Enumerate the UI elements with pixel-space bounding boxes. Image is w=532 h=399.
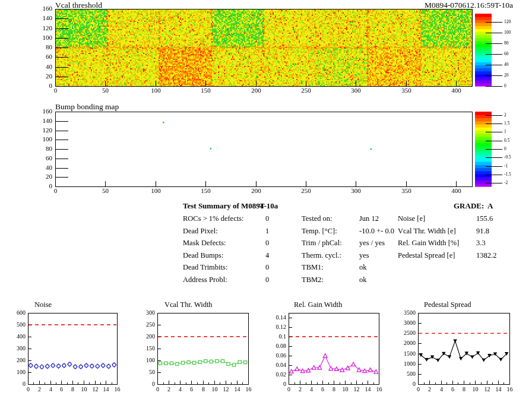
summary-cell-c3l-row2: Rel. Gain Width [%] <box>398 239 459 247</box>
module-test-summary-page: Vcal threshold M0894-070612.16:59T-10a B… <box>0 0 532 399</box>
summary-cell-c1v-row5: 0 <box>265 276 269 284</box>
summary-cell-c3v-row0: 155.6 <box>476 215 493 223</box>
summary-cell-c1l-row3: Dead Bumps: <box>183 252 223 259</box>
summary-cell-c1v-row3: 4 <box>265 252 269 259</box>
module-id-title: M0894-070612.16:59T-10a <box>425 1 513 10</box>
summary-cell-c1l-row5: Address Probl: <box>183 276 227 284</box>
summary-cell-c1l-row2: Mask Defects: <box>183 239 226 247</box>
summary-cell-c3v-row3: 1382.2 <box>476 252 496 259</box>
summary-cell-c2v-row4: ok <box>359 264 367 271</box>
summary-cell-c2l-row0: Tested on: <box>302 215 332 223</box>
summary-cell-c3l-row0: Noise [e] <box>398 215 425 223</box>
grade-label: GRADE: A <box>454 202 493 210</box>
summary-cell-c1l-row0: ROCs > 1% defects: <box>183 215 244 223</box>
summary-cell-c2v-row2: yes / yes <box>359 239 385 247</box>
summary-cell-c3v-row1: 91.8 <box>476 227 489 235</box>
summary-cell-c1v-row1: 1 <box>265 227 269 235</box>
summary-cell-c2v-row1: -10.0 +- 0.0 <box>359 227 394 235</box>
summary-cell-c3l-row3: Pedestal Spread [e] <box>398 252 455 259</box>
relgain-plot-title: Rel. Gain Width <box>294 301 343 309</box>
summary-title: Test Summary of M0894 <box>183 202 264 210</box>
summary-cell-c1l-row4: Dead Trimbits: <box>183 264 227 271</box>
summary-cell-c1l-row1: Dead Pixel: <box>183 227 218 235</box>
bump-map-title: Bump bonding map <box>55 103 119 111</box>
summary-cell-c2v-row0: Jun 12 <box>359 215 379 223</box>
summary-cell-c2v-row5: ok <box>359 276 367 284</box>
summary-cell-c2l-row3: Therm. cycl.: <box>302 252 341 259</box>
summary-module-type: T-10a <box>259 202 278 210</box>
summary-cell-c2v-row3: yes <box>359 252 369 259</box>
vcal-map-title: Vcal threshold <box>55 1 102 10</box>
summary-cell-c3v-row2: 3.3 <box>476 239 486 247</box>
noise-plot-title: Noise <box>34 301 52 309</box>
summary-cell-c2l-row4: TBM1: <box>302 264 324 271</box>
summary-cell-c1v-row0: 0 <box>265 215 269 223</box>
summary-cell-c1v-row4: 0 <box>265 264 269 271</box>
summary-cell-c2l-row5: TBM2: <box>302 276 324 284</box>
summary-cell-c2l-row2: Trim / phCal: <box>302 239 342 247</box>
summary-cell-c3l-row1: Vcal Thr. Width [e] <box>398 227 456 235</box>
summary-cell-c2l-row1: Temp. [°C]: <box>302 227 337 235</box>
summary-cell-c1v-row2: 0 <box>265 239 269 247</box>
pedestal-plot-title: Pedestal Spread <box>424 301 471 309</box>
plots-canvas <box>0 0 532 399</box>
vcal-width-plot-title: Vcal Thr. Width <box>164 301 213 309</box>
